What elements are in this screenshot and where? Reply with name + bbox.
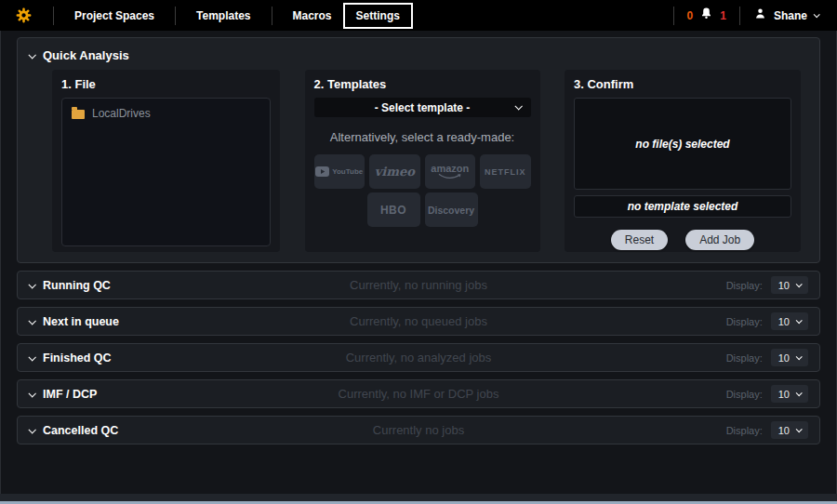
amazon-smile-icon xyxy=(437,173,462,179)
selected-files-box: no file(s) selected xyxy=(574,98,791,190)
user-icon xyxy=(753,7,767,24)
display-count-value: 10 xyxy=(778,352,790,364)
display-count-value: 10 xyxy=(778,425,790,436)
section-status-text: Currently, no queued jobs xyxy=(350,314,487,328)
section-status-text: Currently, no IMF or DCP jobs xyxy=(339,387,499,401)
no-files-text: no file(s) selected xyxy=(635,138,729,151)
confirm-panel-title: 3. Confirm xyxy=(574,77,791,91)
quick-analysis-panel: Quick Analysis 1. File LocalDrives 2. Te… xyxy=(17,37,820,263)
templates-panel-title: 2. Templates xyxy=(314,77,531,91)
divider xyxy=(673,7,674,25)
file-panel: 1. File LocalDrives xyxy=(52,70,280,252)
ready-made-label: Alternatively, select a ready-made: xyxy=(314,130,531,144)
chevron-down-icon xyxy=(796,353,803,360)
confirm-panel: 3. Confirm no file(s) selected no templa… xyxy=(565,70,801,252)
quick-analysis-title: Quick Analysis xyxy=(43,48,129,62)
folder-icon xyxy=(72,110,85,119)
divider xyxy=(272,7,272,25)
display-count-select[interactable]: 10 xyxy=(771,385,808,403)
youtube-play-icon xyxy=(315,166,329,177)
preset-label: amazon xyxy=(431,165,469,173)
display-label: Display: xyxy=(726,316,763,327)
chevron-down-icon xyxy=(28,281,35,288)
section-title: Running QC xyxy=(43,279,111,292)
chevron-down-icon xyxy=(814,11,820,18)
display-count-select[interactable]: 10 xyxy=(771,276,808,294)
job-section-row[interactable]: Cancelled QC Currently no jobs Display: … xyxy=(17,416,820,444)
section-title: Finished QC xyxy=(43,351,112,365)
notifications-area[interactable]: 0 1 xyxy=(684,7,730,24)
user-menu[interactable]: Shane xyxy=(750,7,828,24)
chevron-down-icon xyxy=(28,353,35,361)
display-count-value: 10 xyxy=(778,316,790,327)
preset-label: HBO xyxy=(380,204,406,217)
preset-amazon-button[interactable]: amazon xyxy=(425,154,476,189)
tab-project-spaces[interactable]: Project Spaces xyxy=(63,4,166,28)
chevron-down-icon xyxy=(796,426,803,432)
notification-count-left: 0 xyxy=(687,9,694,22)
bell-icon[interactable] xyxy=(699,7,713,24)
preset-netflix-button[interactable]: NETFLIX xyxy=(480,154,531,189)
section-title: IMF / DCP xyxy=(43,388,97,401)
chevron-down-icon xyxy=(796,281,803,287)
notification-count-right: 1 xyxy=(720,9,726,22)
section-status-text: Currently, no analyzed jobs xyxy=(346,351,492,365)
display-label: Display: xyxy=(726,280,763,291)
divider xyxy=(175,7,176,25)
window-bottom-strip xyxy=(0,494,837,501)
preset-label: NETFLIX xyxy=(485,167,526,177)
top-bar: Project Spaces Templates Macros Settings… xyxy=(0,0,837,31)
preset-discovery-button[interactable]: Discovery xyxy=(425,192,478,227)
section-title: Cancelled QC xyxy=(43,424,118,437)
tree-item-label: LocalDrives xyxy=(92,107,151,120)
app-logo-gear-icon[interactable] xyxy=(15,7,33,24)
templates-panel: 2. Templates - Select template - Alterna… xyxy=(305,70,540,252)
job-section-row[interactable]: Next in queue Currently, no queued jobs … xyxy=(17,307,820,336)
display-count-select[interactable]: 10 xyxy=(771,349,808,366)
chevron-down-icon xyxy=(28,51,35,59)
display-label: Display: xyxy=(726,389,763,400)
preset-hbo-button[interactable]: HBO xyxy=(367,192,420,227)
template-select-value: - Select template - xyxy=(375,101,471,114)
display-count-value: 10 xyxy=(778,280,790,291)
preset-label: Discovery xyxy=(428,205,474,216)
job-section-row[interactable]: IMF / DCP Currently, no IMF or DCP jobs … xyxy=(17,379,820,408)
divider xyxy=(53,7,54,25)
preset-label: vimeo xyxy=(375,165,415,179)
add-job-button[interactable]: Add Job xyxy=(685,230,754,250)
section-status-text: Currently, no running jobs xyxy=(350,278,487,292)
tab-macros[interactable]: Macros xyxy=(282,4,343,28)
tab-settings[interactable]: Settings xyxy=(343,3,413,29)
selected-template-box: no template selected xyxy=(574,195,791,218)
chevron-down-icon xyxy=(28,426,35,433)
template-select[interactable]: - Select template - xyxy=(314,98,531,117)
job-section-row[interactable]: Finished QC Currently, no analyzed jobs … xyxy=(17,343,820,372)
section-title: Next in queue xyxy=(43,315,119,328)
chevron-down-icon xyxy=(796,390,803,396)
chevron-down-icon xyxy=(796,317,803,324)
tree-item-localdrives[interactable]: LocalDrives xyxy=(72,107,260,120)
job-section-row[interactable]: Running QC Currently, no running jobs Di… xyxy=(17,271,820,299)
tab-templates[interactable]: Templates xyxy=(185,4,261,28)
chevron-down-icon xyxy=(28,390,35,397)
display-label: Display: xyxy=(726,352,763,364)
section-status-text: Currently no jobs xyxy=(373,423,464,437)
main-nav: Project Spaces Templates Macros Settings xyxy=(63,3,413,29)
no-template-text: no template selected xyxy=(628,200,738,213)
display-label: Display: xyxy=(726,425,763,436)
display-count-value: 10 xyxy=(778,389,790,400)
display-count-select[interactable]: 10 xyxy=(771,312,808,330)
display-count-select[interactable]: 10 xyxy=(771,421,808,439)
file-tree[interactable]: LocalDrives xyxy=(61,98,271,246)
preset-youtube-button[interactable]: YouTube xyxy=(314,154,365,189)
chevron-down-icon xyxy=(514,102,522,110)
preset-vimeo-button[interactable]: vimeo xyxy=(369,154,420,189)
file-panel-title: 1. File xyxy=(61,77,271,91)
user-name: Shane xyxy=(774,9,807,22)
preset-label: YouTube xyxy=(332,167,363,176)
reset-button[interactable]: Reset xyxy=(611,230,668,250)
chevron-down-icon xyxy=(28,317,35,325)
divider xyxy=(739,7,740,25)
quick-analysis-header[interactable]: Quick Analysis xyxy=(18,44,819,70)
